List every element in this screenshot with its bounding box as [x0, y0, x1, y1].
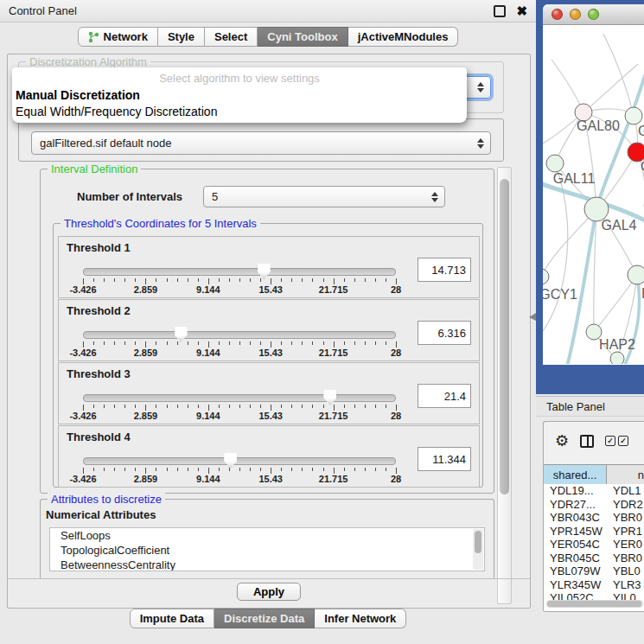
- tab-select[interactable]: Select: [205, 27, 258, 47]
- network-node[interactable]: [543, 269, 549, 284]
- slider-tick-labels: -3.4262.8599.14415.4321.71528: [83, 348, 396, 358]
- table-row[interactable]: YBR045CYBR0: [544, 552, 644, 565]
- table-column-header[interactable]: shared...: [544, 465, 607, 484]
- tick-label: -3.426: [69, 348, 96, 358]
- table-column-header[interactable]: n: [607, 465, 644, 484]
- scrollbar-thumb[interactable]: [547, 601, 641, 607]
- close-icon[interactable]: ✖: [516, 7, 527, 16]
- algorithm-option[interactable]: Manual Discretization: [12, 87, 467, 104]
- threshold-slider[interactable]: [83, 394, 396, 402]
- slider-thumb[interactable]: [175, 327, 188, 342]
- combo-stepper-icon: [477, 138, 484, 149]
- tick-label: 21.715: [319, 474, 348, 484]
- slider-tick-labels: -3.4262.8599.14415.4321.71528: [83, 284, 396, 295]
- tick-label: 15.43: [258, 474, 283, 484]
- tab-discretize-data[interactable]: Discretize Data: [214, 609, 315, 628]
- apply-button[interactable]: Apply: [237, 583, 301, 601]
- threshold-value-field[interactable]: 11.344: [418, 447, 471, 471]
- table-data-value: galFiltered.sif default node: [40, 137, 171, 150]
- slider-tick-labels: -3.4262.8599.14415.4321.71528: [83, 411, 396, 421]
- network-node[interactable]: [628, 265, 644, 284]
- threshold-slider[interactable]: [83, 331, 396, 339]
- threshold-slider[interactable]: [83, 268, 396, 276]
- thresholds-group-label: Threshold's Coordinates for 5 Intervals: [61, 217, 260, 230]
- table-row[interactable]: YER054CYER0: [544, 538, 644, 552]
- attributes-group: Attributes to discretize Numerical Attri…: [40, 499, 494, 579]
- network-node-label: GA: [638, 124, 644, 138]
- table-cell: YBL0: [606, 564, 644, 578]
- gear-icon[interactable]: ⚙: [555, 433, 569, 449]
- tab-style[interactable]: Style: [158, 27, 205, 47]
- network-node[interactable]: [546, 155, 564, 172]
- tick-label: 9.144: [196, 474, 220, 484]
- attribute-list-item[interactable]: BetweennessCentrality: [50, 558, 484, 571]
- table-row[interactable]: YDL19...YDL1: [544, 484, 644, 498]
- tick-label: 15.43: [258, 411, 283, 421]
- tick-label: 15.43: [258, 348, 283, 358]
- tab-cyni-toolbox[interactable]: Cyni Toolbox: [258, 27, 348, 47]
- threshold-value-field[interactable]: 6.316: [418, 321, 471, 345]
- threshold-value-field[interactable]: 21.4: [418, 384, 471, 408]
- table-row[interactable]: YLR345WYLR3: [544, 578, 644, 592]
- network-canvas[interactable]: GAL80GACGAL11GAL4GCY1HHAP2: [543, 25, 644, 364]
- threshold-slider[interactable]: [83, 457, 396, 465]
- network-node[interactable]: [610, 352, 624, 364]
- slider-thumb[interactable]: [258, 264, 271, 279]
- thresholds-group: Threshold's Coordinates for 5 Intervals …: [53, 223, 483, 488]
- split-columns-icon[interactable]: [580, 435, 594, 448]
- table-row[interactable]: YPR145WYPR1: [544, 525, 644, 539]
- threshold-value-field[interactable]: 14.713: [418, 258, 471, 282]
- network-node[interactable]: [625, 107, 642, 124]
- attribute-list-item[interactable]: SelfLoops: [50, 528, 484, 543]
- network-node-label: GAL80: [577, 118, 620, 133]
- table-cell: YDR27...: [544, 498, 606, 512]
- mac-minimize-button[interactable]: [570, 9, 581, 20]
- table-cell: YDR2: [606, 498, 644, 512]
- table-data-group: Table Data galFiltered.sif default node: [18, 118, 504, 162]
- table-row[interactable]: YBR043CYBR0: [544, 511, 644, 525]
- network-window-titlebar: [543, 4, 644, 25]
- table-cell: YBL079W: [544, 564, 606, 578]
- cyni-toolbox-content: Discretization Algorithm Select algorith…: [7, 54, 531, 609]
- mac-zoom-button[interactable]: [588, 9, 599, 20]
- tick-label: 15.43: [258, 284, 283, 295]
- attribute-list-item[interactable]: TopologicalCoefficient: [50, 543, 484, 558]
- separator: [8, 578, 530, 579]
- float-window-icon[interactable]: [494, 5, 506, 17]
- slider-thumb[interactable]: [323, 390, 336, 405]
- table-cell: YER0: [606, 538, 644, 552]
- select-all-checkbox-icons[interactable]: ✓ ✓: [605, 436, 628, 446]
- tab-jactivemnodules[interactable]: jActiveMNodules: [348, 27, 459, 47]
- threshold-label: Threshold 3: [67, 367, 131, 380]
- table-row[interactable]: YBL079WYBL0: [544, 564, 644, 578]
- main-vertical-scrollbar[interactable]: [497, 167, 512, 604]
- tick-label: 9.144: [196, 411, 220, 421]
- table-cell: YLR345W: [544, 578, 606, 592]
- tab-impute-data[interactable]: Impute Data: [130, 609, 214, 628]
- number-of-intervals-combobox[interactable]: 5: [203, 186, 445, 207]
- threshold-label: Threshold 1: [67, 241, 131, 254]
- table-horizontal-scrollbar[interactable]: [546, 600, 643, 608]
- table-cell: YPR145W: [544, 525, 606, 539]
- algorithm-placeholder: Select algorithm to view settings: [12, 67, 467, 87]
- slider-thumb[interactable]: [224, 453, 237, 469]
- checkbox-checked-icon[interactable]: ✓: [605, 436, 615, 446]
- tab-network[interactable]: Network: [78, 27, 158, 47]
- checkbox-checked-icon[interactable]: ✓: [618, 436, 628, 446]
- tick-label: -3.426: [69, 474, 96, 484]
- algorithm-option[interactable]: Equal Width/Frequency Discretization: [12, 104, 467, 120]
- numerical-attributes-label: Numerical Attributes: [46, 508, 156, 521]
- scrollbar-thumb[interactable]: [500, 179, 509, 494]
- bottom-tabbar: Impute DataDiscretize DataInfer Network: [0, 609, 536, 628]
- table-cell: YPR1: [606, 525, 644, 539]
- numerical-attributes-list[interactable]: SelfLoopsTopologicalCoefficientBetweenne…: [49, 527, 485, 571]
- table-row[interactable]: YDR27...YDR2: [544, 498, 644, 512]
- network-view-window: GAL80GACGAL11GAL4GCY1HHAP2: [543, 4, 644, 365]
- tick-label: 2.859: [134, 411, 158, 421]
- tab-infer-network[interactable]: Infer Network: [315, 609, 406, 628]
- mac-close-button[interactable]: [552, 9, 563, 20]
- threshold-label: Threshold 2: [67, 304, 131, 317]
- control-panel-titlebar: Control Panel ✖: [0, 0, 536, 22]
- table-data-combobox[interactable]: galFiltered.sif default node: [31, 131, 491, 155]
- attributes-scrollbar[interactable]: [473, 529, 483, 570]
